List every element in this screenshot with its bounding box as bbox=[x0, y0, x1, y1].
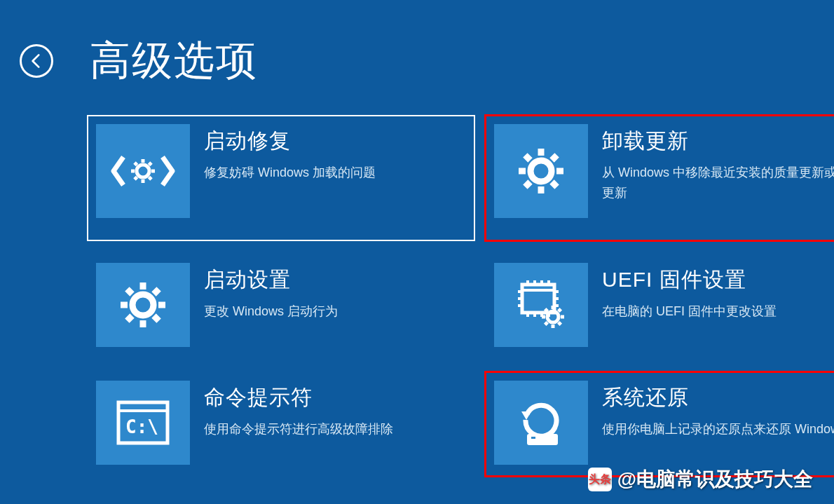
svg-line-15 bbox=[552, 182, 557, 187]
tile-text: UEFI 固件设置 在电脑的 UEFI 固件中更改设置 bbox=[588, 263, 834, 322]
tile-desc: 更改 Windows 启动行为 bbox=[204, 301, 466, 322]
restore-icon bbox=[494, 381, 588, 465]
option-uninstall-updates[interactable]: 卸载更新 从 Windows 中移除最近安装的质量更新或功能更新 bbox=[485, 115, 834, 241]
svg-line-24 bbox=[154, 316, 159, 321]
tile-text: 启动设置 更改 Windows 启动行为 bbox=[190, 263, 466, 322]
tile-title: 系统还原 bbox=[602, 383, 834, 412]
svg-line-50 bbox=[545, 322, 548, 325]
tile-title: 卸载更新 bbox=[602, 127, 834, 156]
svg-point-18 bbox=[132, 294, 153, 315]
svg-line-17 bbox=[552, 155, 557, 160]
svg-line-26 bbox=[154, 289, 159, 294]
uefi-chip-icon bbox=[494, 263, 588, 347]
watermark-logo-icon: 头条 bbox=[588, 468, 612, 491]
svg-line-25 bbox=[127, 316, 132, 321]
svg-line-51 bbox=[559, 309, 561, 312]
tile-title: 启动修复 bbox=[204, 127, 466, 156]
tile-desc: 从 Windows 中移除最近安装的质量更新或功能更新 bbox=[602, 163, 834, 203]
svg-line-5 bbox=[135, 163, 137, 165]
svg-point-9 bbox=[531, 161, 552, 182]
option-command-prompt[interactable]: C:\ 命令提示符 使用命令提示符进行高级故障排除 bbox=[87, 372, 475, 477]
header: 高级选项 bbox=[0, 0, 834, 88]
svg-line-23 bbox=[127, 289, 132, 294]
svg-line-49 bbox=[559, 322, 561, 325]
option-uefi-firmware[interactable]: UEFI 固件设置 在电脑的 UEFI 固件中更改设置 bbox=[485, 254, 834, 359]
tile-desc: 使用你电脑上记录的还原点来还原 Windows bbox=[602, 419, 834, 440]
svg-line-7 bbox=[135, 177, 137, 180]
tile-desc: 在电脑的 UEFI 固件中更改设置 bbox=[602, 301, 834, 322]
svg-point-43 bbox=[547, 311, 559, 322]
tile-title: 启动设置 bbox=[204, 266, 466, 294]
arrow-left-icon bbox=[27, 52, 46, 70]
tile-text: 命令提示符 使用命令提示符进行高级故障排除 bbox=[190, 381, 466, 440]
code-gear-icon bbox=[96, 124, 190, 218]
tile-text: 卸载更新 从 Windows 中移除最近安装的质量更新或功能更新 bbox=[588, 124, 834, 203]
svg-marker-55 bbox=[521, 411, 531, 420]
svg-point-0 bbox=[137, 165, 149, 177]
svg-line-48 bbox=[545, 309, 548, 312]
options-grid: 启动修复 修复妨碍 Windows 加载的问题 卸载更新 从 Windows bbox=[0, 88, 834, 477]
svg-rect-56 bbox=[527, 434, 558, 445]
tile-title: 命令提示符 bbox=[204, 383, 466, 412]
option-system-restore[interactable]: 系统还原 使用你电脑上记录的还原点来还原 Windows bbox=[485, 372, 834, 477]
svg-line-8 bbox=[149, 163, 152, 165]
tile-text: 启动修复 修复妨碍 Windows 加载的问题 bbox=[190, 124, 466, 183]
watermark-text: @电脑常识及技巧大全 bbox=[617, 466, 813, 493]
watermark: 头条 @电脑常识及技巧大全 bbox=[588, 466, 813, 493]
tile-desc: 使用命令提示符进行高级故障排除 bbox=[204, 419, 466, 440]
gear-icon bbox=[494, 124, 588, 218]
watermark-logo-text: 头条 bbox=[589, 472, 611, 487]
option-startup-repair[interactable]: 启动修复 修复妨碍 Windows 加载的问题 bbox=[87, 115, 475, 241]
gear-icon bbox=[96, 263, 190, 347]
svg-line-14 bbox=[525, 155, 530, 160]
tile-text: 系统还原 使用你电脑上记录的还原点来还原 Windows bbox=[588, 381, 834, 440]
back-button[interactable] bbox=[20, 44, 53, 78]
tile-desc: 修复妨碍 Windows 加载的问题 bbox=[204, 163, 466, 183]
option-startup-settings[interactable]: 启动设置 更改 Windows 启动行为 bbox=[87, 254, 475, 359]
svg-text:C:\: C:\ bbox=[125, 416, 158, 437]
svg-line-16 bbox=[525, 182, 530, 187]
svg-rect-57 bbox=[531, 437, 535, 439]
cmd-icon: C:\ bbox=[96, 381, 190, 465]
svg-line-6 bbox=[149, 177, 152, 180]
page-title: 高级选项 bbox=[90, 34, 258, 88]
tile-title: UEFI 固件设置 bbox=[602, 266, 834, 294]
